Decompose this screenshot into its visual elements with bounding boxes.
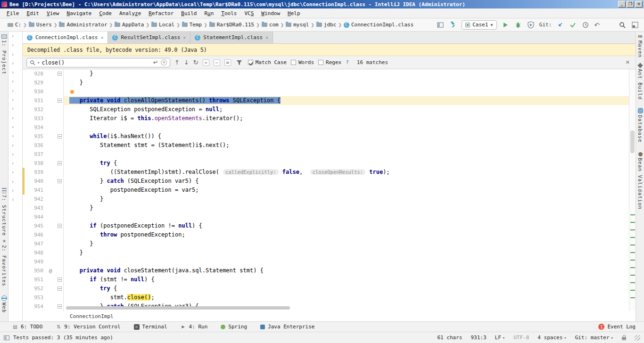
tree-expand-icon[interactable]: › (8, 150, 22, 159)
menu-build[interactable]: Build (177, 9, 200, 17)
code-line[interactable]: 951 if (stmt != null) { (23, 275, 629, 284)
test-passed-mark[interactable] (630, 252, 635, 253)
code-text[interactable]: } (64, 239, 629, 248)
tab-close-icon[interactable]: ✕ (100, 35, 103, 40)
code-line[interactable]: 935 while(i$.hasNext()) { (23, 132, 629, 141)
add-occurrence-icon[interactable]: + (203, 59, 209, 66)
code-line[interactable]: 938 try { (23, 159, 629, 168)
filter-icon[interactable] (235, 58, 244, 67)
status-61-chars[interactable]: 61 chars (437, 335, 462, 341)
horizontal-scrollbar[interactable] (66, 306, 290, 310)
previous-occurrence-icon[interactable]: ↑ (174, 59, 180, 66)
code-line[interactable]: 949 (23, 257, 629, 266)
clear-search-icon[interactable]: ✕ (161, 59, 167, 65)
tree-expand-icon[interactable]: › (8, 186, 22, 195)
code-text[interactable]: SQLException postponedException = null; (64, 105, 629, 114)
code-line[interactable]: 929 } (23, 78, 629, 87)
menu-analyze[interactable]: Analyze (116, 9, 145, 17)
code-line[interactable]: 934 (23, 123, 629, 132)
code-line[interactable]: 939 ((StatementImpl)stmt).realClose( cal… (23, 168, 629, 177)
stripe-favorites[interactable]: 2: Favorites (0, 238, 8, 286)
fold-marker-icon[interactable] (58, 286, 62, 291)
fold-region[interactable] (56, 275, 63, 284)
code-text[interactable]: } (64, 248, 629, 257)
test-passed-mark[interactable] (630, 275, 635, 276)
tree-expand-icon[interactable]: › (8, 141, 22, 150)
breadcrumb-item[interactable]: Local (151, 22, 174, 28)
tree-expand-icon[interactable]: › (8, 68, 22, 77)
tree-expand-icon[interactable]: › (8, 131, 22, 140)
tab-close-icon[interactable]: ✕ (265, 35, 268, 40)
menu-tools[interactable]: Tools (217, 9, 240, 17)
vertical-scrollbar[interactable] (630, 131, 635, 153)
status-git-master[interactable]: Git: master▾ (575, 335, 613, 341)
tree-expand-icon[interactable]: › (8, 50, 22, 59)
tree-expand-icon[interactable]: › (8, 86, 22, 95)
fold-region[interactable] (56, 302, 63, 311)
fold-region[interactable] (56, 69, 63, 78)
code-line[interactable]: 952 try { (23, 284, 629, 293)
close-find-bar-icon[interactable]: ✕ (626, 59, 636, 65)
breadcrumb-item[interactable]: jdbc (316, 22, 337, 28)
status-utf-8[interactable]: UTF-8 (513, 335, 529, 341)
toolwindow-todo-button[interactable]: 6: TODO (12, 324, 42, 330)
test-passed-mark[interactable] (630, 237, 635, 238)
fold-marker-icon[interactable] (58, 134, 62, 139)
tree-expand-icon[interactable]: › (8, 32, 22, 41)
test-passed-mark[interactable] (630, 260, 635, 261)
search-everywhere-icon[interactable] (618, 21, 627, 29)
tree-expand-icon[interactable]: › (8, 159, 22, 168)
stripe-structure[interactable]: 7: Structure (0, 188, 8, 236)
code-line[interactable]: 933 Iterator i$ = this.openStatements.it… (23, 114, 629, 123)
code-line[interactable]: 945 if (postponedException != null) { (23, 221, 629, 230)
code-text[interactable]: if (postponedException != null) { (64, 221, 629, 230)
code-text[interactable]: try { (64, 159, 629, 168)
code-text[interactable]: postponedException = var5; (64, 186, 629, 195)
code-text[interactable] (64, 87, 629, 96)
stripe-maven[interactable]: Maven (636, 33, 644, 58)
fold-region[interactable] (56, 96, 63, 105)
fold-marker-icon[interactable] (58, 304, 62, 309)
fold-region[interactable] (56, 284, 63, 293)
next-occurrence-icon[interactable]: ↓ (184, 59, 189, 66)
code-line[interactable]: 936 Statement stmt = (Statement)i$.next(… (23, 141, 629, 150)
status-4-spaces[interactable]: 4 spaces▾ (537, 335, 566, 341)
window-panel-icon[interactable] (436, 21, 445, 29)
code-text[interactable]: } catch (SQLException var5) { (64, 177, 629, 186)
maximize-button[interactable]: ❐ (627, 1, 634, 8)
toolwindow-javaee-button[interactable]: Java Enterprise (260, 324, 314, 330)
code-text[interactable] (64, 212, 629, 221)
fold-region[interactable] (56, 221, 63, 230)
fold-region[interactable] (56, 132, 63, 141)
menu-view[interactable]: View (43, 9, 63, 17)
regex-checkbox[interactable]: Regex (318, 59, 341, 65)
breadcrumb-item[interactable]: Temp (182, 22, 202, 28)
breadcrumb-item[interactable]: AppData (115, 22, 144, 28)
code-text[interactable]: throw postponedException; (64, 230, 629, 239)
tab-close-icon[interactable]: ✕ (183, 35, 186, 40)
code-text[interactable]: try { (64, 284, 629, 293)
test-passed-mark[interactable] (630, 214, 635, 215)
code-line[interactable]: 944 (23, 212, 629, 221)
code-editor[interactable]: 928 }929 }930931 private void closeAllOp… (23, 69, 629, 311)
code-line[interactable]: 946 throw postponedException; (23, 230, 629, 239)
fold-marker-icon[interactable] (58, 179, 62, 183)
debug-button[interactable] (514, 21, 522, 29)
fold-marker-icon[interactable] (58, 161, 62, 165)
toolwindow-vcs-button[interactable]: 9: Version Control (56, 324, 120, 330)
rollback-icon[interactable]: ↶ (594, 22, 600, 28)
status-931-3[interactable]: 931:3 (471, 335, 486, 341)
lock-icon[interactable] (622, 337, 626, 340)
tab-resultsetimpl-class[interactable]: CResultSetImpl.class✕ (108, 32, 190, 43)
code-text[interactable]: stmt.close(); (64, 293, 629, 302)
menu-run[interactable]: Run (200, 9, 217, 17)
code-text[interactable]: Iterator i$ = this.openStatements.iterat… (64, 114, 629, 123)
code-text[interactable]: private void closeStatement(java.sql.Sta… (64, 266, 629, 275)
code-line[interactable]: 932 SQLException postponedException = nu… (23, 105, 629, 114)
stripe-bean[interactable]: Bean Validation (636, 152, 644, 210)
tree-expand-icon[interactable]: › (8, 168, 22, 177)
history-clock-icon[interactable] (581, 21, 590, 29)
breadcrumb-item[interactable]: CConnectionImpl.class (344, 22, 413, 28)
code-line[interactable]: 928 } (23, 69, 629, 78)
breadcrumb-item[interactable]: com (262, 22, 279, 28)
